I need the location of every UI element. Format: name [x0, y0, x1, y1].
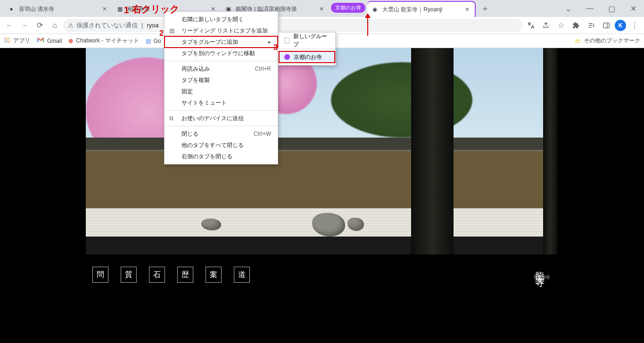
group-color-dot-icon: [284, 54, 290, 60]
submenu-existing-group[interactable]: 京都のお寺: [279, 51, 335, 63]
shortcut-label: Ctrl+W: [254, 131, 271, 137]
nav-item[interactable]: 石: [149, 267, 165, 283]
svg-point-6: [7, 40, 8, 41]
chatwork-icon: ⊕: [68, 38, 73, 44]
tab-strip: ● 音羽山 清水寺 ✕ ▦ 相国寺派 ✕ ▣ 銀閣寺 | 臨済宗相国寺派 ✕ 京…: [0, 0, 644, 17]
ctx-reading-list[interactable]: ▤リーディング リストにタブを追加: [165, 25, 278, 36]
tab-search-chevron-icon[interactable]: ⌄: [557, 0, 579, 17]
hero-image: [86, 48, 557, 254]
tab-title: 大雲山 龍安寺｜Ryoanji: [382, 6, 463, 14]
ctx-add-to-group[interactable]: タブをグループに追加▸: [165, 36, 278, 48]
gmail-icon: [37, 37, 44, 44]
extensions-puzzle-icon[interactable]: [570, 19, 583, 32]
reading-list-icon[interactable]: [585, 19, 598, 32]
close-icon[interactable]: ✕: [101, 5, 108, 13]
bookmark-label: Chatwork - マイチャット: [76, 37, 139, 45]
site-logo: 龍安寺 Ryoanji: [534, 264, 550, 279]
tab-title: 音羽山 清水寺: [19, 5, 101, 13]
separator: [165, 61, 278, 61]
side-panel-icon[interactable]: [600, 19, 613, 32]
separator: [165, 110, 278, 111]
folder-icon: 🗀: [575, 38, 581, 44]
nav-item[interactable]: 案: [206, 267, 222, 283]
svg-marker-12: [365, 13, 371, 18]
minimize-button[interactable]: —: [579, 0, 601, 17]
ctx-open-right[interactable]: 右隣に新しいタブを開く: [165, 14, 278, 25]
close-icon[interactable]: ✕: [318, 5, 325, 13]
warning-triangle-icon: ⚠: [68, 22, 74, 29]
bookmark-google[interactable]: ▤ Go: [146, 38, 161, 44]
bookmark-gmail[interactable]: Gmail: [37, 37, 62, 44]
share-icon[interactable]: [539, 19, 553, 32]
svg-point-2: [5, 38, 6, 39]
tab-group-chip[interactable]: 京都のお寺: [331, 3, 365, 13]
submenu-new-group[interactable]: 新しいグループ: [279, 34, 335, 47]
new-tab-button[interactable]: +: [479, 2, 492, 16]
nav-item[interactable]: 問: [92, 267, 108, 283]
svg-point-8: [5, 41, 6, 42]
address-bar[interactable]: ⚠ 保護されていない通信 | ryoa: [63, 19, 522, 32]
svg-rect-0: [603, 23, 609, 28]
other-bookmarks[interactable]: 🗀 その他のブックマーク: [575, 37, 640, 45]
ctx-close-right[interactable]: 右側のタブを閉じる: [165, 151, 278, 162]
kebab-menu-icon[interactable]: ⋮: [628, 19, 641, 32]
logo-romaji: Ryoanji: [534, 274, 550, 279]
new-group-icon: [284, 38, 289, 43]
reading-list-icon: ▤: [169, 27, 174, 34]
nav-item[interactable]: 歴: [177, 267, 193, 283]
ctx-mute[interactable]: サイトをミュート: [165, 97, 278, 108]
separator: [165, 126, 278, 126]
svg-point-9: [7, 41, 8, 42]
page-content: 問 質 石 歴 案 道 龍安寺 Ryoanji 細川護煕筆「雲龍図」特別公開のお…: [0, 48, 644, 343]
logo-kanji: 龍安寺: [534, 264, 547, 272]
bookmark-label: Gmail: [47, 38, 62, 44]
not-secure-warning: ⚠ 保護されていない通信: [68, 21, 138, 30]
back-button[interactable]: ←: [3, 19, 16, 32]
close-icon[interactable]: ✕: [463, 6, 471, 13]
favicon-icon: ●: [8, 5, 15, 13]
not-secure-label: 保護されていない通信: [76, 21, 138, 30]
ctx-send-device[interactable]: ⧉お使いのデバイスに送信: [165, 113, 278, 124]
window-controls: ⌄ — ▢ ✕: [557, 0, 644, 17]
nav-item[interactable]: 質: [121, 267, 137, 283]
bookmark-star-icon[interactable]: ☆: [554, 19, 568, 32]
ctx-move-window[interactable]: タブを別のウィンドウに移動: [165, 48, 278, 59]
svg-point-7: [8, 40, 9, 41]
submenu-arrow-icon: ▸: [268, 39, 271, 45]
ctx-duplicate[interactable]: タブを複製: [165, 74, 278, 86]
svg-point-10: [8, 41, 9, 42]
tab-1[interactable]: ● 音羽山 清水寺 ✕: [4, 1, 112, 17]
svg-point-5: [5, 40, 6, 41]
devices-icon: ⧉: [169, 115, 173, 122]
apps-grid-icon: [4, 37, 10, 45]
favicon-icon: ▦: [116, 5, 124, 13]
bookmark-label: その他のブックマーク: [584, 37, 640, 45]
ctx-pin[interactable]: 固定: [165, 86, 278, 97]
forward-button: →: [18, 19, 31, 32]
tab-4-active[interactable]: ◉ 大雲山 龍安寺｜Ryoanji ✕: [367, 1, 476, 17]
nav-item[interactable]: 道: [234, 267, 250, 283]
site-nav: 問 質 石 歴 案 道: [92, 267, 250, 283]
google-translate-icon: ▤: [146, 38, 151, 44]
bookmark-chatwork[interactable]: ⊕ Chatwork - マイチャット: [68, 37, 139, 45]
apps-shortcut[interactable]: アプリ: [4, 37, 30, 45]
separator: [279, 49, 335, 49]
toolbar: ← → ⟳ ⌂ ⚠ 保護されていない通信 | ryoa ☆ K ⋮: [0, 17, 644, 34]
svg-point-4: [8, 38, 9, 39]
close-window-button[interactable]: ✕: [622, 0, 644, 17]
apps-label: アプリ: [13, 37, 30, 45]
home-button[interactable]: ⌂: [48, 19, 61, 32]
shortcut-label: Ctrl+R: [255, 65, 271, 72]
group-submenu: 新しいグループ 京都のお寺: [278, 32, 336, 65]
translate-icon[interactable]: [524, 19, 537, 32]
globe-icon: ◉: [371, 6, 379, 13]
ctx-close-others[interactable]: 他のタブをすべて閉じる: [165, 139, 278, 151]
reload-button[interactable]: ⟳: [33, 19, 46, 32]
bookmark-label: Go: [154, 38, 161, 44]
maximize-button[interactable]: ▢: [601, 0, 622, 17]
profile-avatar[interactable]: K: [615, 20, 626, 31]
ctx-reload[interactable]: 再読み込みCtrl+R: [165, 63, 278, 74]
svg-point-3: [7, 38, 8, 39]
annotation-arrow: [363, 13, 372, 37]
ctx-close[interactable]: 閉じるCtrl+W: [165, 128, 278, 139]
